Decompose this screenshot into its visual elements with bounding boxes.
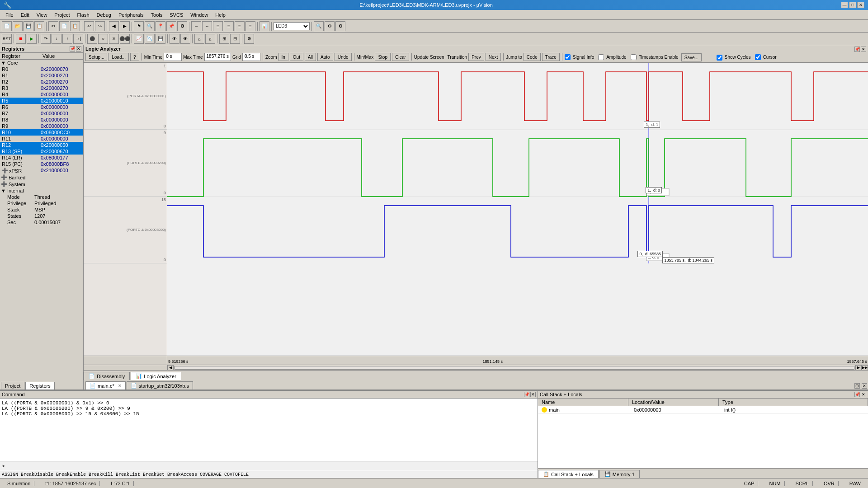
reg-group-core[interactable]: ▼ Core (0, 60, 83, 66)
tb-b5[interactable]: ⚙ (177, 21, 187, 31)
tb-redo[interactable]: ↪ (95, 21, 105, 31)
command-input[interactable] (5, 464, 536, 469)
menu-flash[interactable]: Flash (74, 11, 93, 19)
filetab-float[interactable]: ⊞ (854, 383, 860, 389)
target-select[interactable]: LED3 (274, 22, 310, 30)
la-load[interactable]: Load... (108, 53, 129, 61)
menu-file[interactable]: File (2, 11, 17, 19)
la-show-cycles-check[interactable] (717, 55, 722, 61)
tb-tty[interactable]: ⎐ (205, 34, 215, 44)
la-prev[interactable]: Prev (468, 53, 484, 61)
menu-project[interactable]: Project (51, 11, 73, 19)
menu-debug[interactable]: Debug (93, 11, 115, 19)
la-stop[interactable]: Stop (375, 53, 391, 61)
scroll-right-1[interactable]: ▶ (855, 365, 862, 371)
tb-indent[interactable]: → (191, 21, 201, 31)
tab-disassembly[interactable]: 📄 Disassembly (84, 372, 130, 380)
tb-b3[interactable]: 📍 (156, 21, 165, 31)
reg-group-banked[interactable]: ➕ Banked (0, 174, 83, 181)
tb-serial[interactable]: ⎐ (194, 34, 204, 44)
minimize-button[interactable]: — (841, 2, 848, 8)
tb-d1[interactable]: 📊 (259, 21, 269, 31)
reg-r0[interactable]: R0 0x20000070 (0, 66, 83, 72)
la-trace[interactable]: Trace (542, 53, 560, 61)
tb-undo[interactable]: ↩ (84, 21, 94, 31)
tb-c1[interactable]: ≡ (213, 21, 223, 31)
menu-help[interactable]: Help (212, 11, 229, 19)
main-file-close[interactable]: ✕ (118, 383, 122, 388)
tb-bp-all[interactable]: ⚫⚫ (120, 34, 130, 44)
tb-view1[interactable]: ⊞ (219, 34, 229, 44)
command-close[interactable]: ✕ (530, 392, 536, 397)
scroll-left[interactable]: ◀ (167, 365, 174, 371)
reg-r10[interactable]: R10 0x08000CC0 (0, 129, 83, 136)
reg-r2[interactable]: R2 0x20000270 (0, 79, 83, 85)
bpt-memory[interactable]: 💾 Memory 1 (599, 470, 640, 478)
tb-nav-back[interactable]: ◀ (109, 21, 119, 31)
tb-bp-enable[interactable]: ⚫ (87, 34, 97, 44)
tb-search[interactable]: 🔍 (314, 21, 324, 31)
la-code[interactable]: Code (524, 53, 541, 61)
la-undo[interactable]: Undo (335, 53, 352, 61)
tb-c2[interactable]: ≡ (224, 21, 234, 31)
tb-run-cursor[interactable]: →| (73, 34, 83, 44)
menu-view[interactable]: View (33, 11, 51, 19)
tb-e2[interactable]: ⚙ (335, 21, 345, 31)
tb-perf[interactable]: 📈 (134, 34, 144, 44)
la-grid[interactable]: 0.5 s (242, 53, 260, 61)
reg-r6[interactable]: R6 0x00000000 (0, 104, 83, 110)
la-timestamps-check[interactable] (631, 54, 637, 60)
tb-new[interactable]: 📄 (2, 21, 12, 31)
callstack-pin[interactable]: 📌 (854, 392, 860, 397)
filetab-close[interactable]: ✕ (862, 383, 867, 389)
reg-r14[interactable]: R14 (LR) 0x08000177 (0, 155, 83, 161)
reg-r7[interactable]: R7 0x00000000 (0, 110, 83, 117)
la-help[interactable]: ? (130, 53, 139, 61)
tb-c3[interactable]: ≡ (235, 21, 245, 31)
la-maxtime[interactable]: 1857.276 s (204, 53, 231, 61)
la-save[interactable]: Save... (681, 53, 702, 61)
tb-watch2[interactable]: 👁 (180, 34, 190, 44)
la-signal-info-check[interactable] (565, 54, 571, 60)
menu-window[interactable]: Window (187, 11, 212, 19)
tb-reset[interactable]: RST (2, 34, 12, 44)
tb-logic[interactable]: 📉 (145, 34, 155, 44)
tb-outdent[interactable]: ← (202, 21, 212, 31)
tb-b2[interactable]: 🔍 (145, 21, 155, 31)
la-close[interactable]: ✕ (861, 47, 866, 52)
tb-step-into[interactable]: ↓ (52, 34, 61, 44)
la-amplitude-check[interactable] (598, 54, 604, 60)
cs-row-main[interactable]: main 0x00000000 int f() (538, 406, 868, 414)
reg-r11[interactable]: R11 0x00000000 (0, 136, 83, 142)
reg-r15[interactable]: R15 (PC) 0x08000BF8 (0, 161, 83, 167)
reg-xpsr[interactable]: ➕xPSR 0x21000000 (0, 167, 83, 174)
tb-open[interactable]: 📂 (13, 21, 23, 31)
la-zoom-in[interactable]: In (278, 53, 288, 61)
registers-pin[interactable]: 📌 (70, 46, 75, 52)
la-zoom-auto[interactable]: Auto (317, 53, 333, 61)
reg-group-internal[interactable]: ▼ Internal (0, 188, 83, 194)
tb-mem[interactable]: 💾 (156, 34, 165, 44)
la-zoom-out[interactable]: Out (290, 53, 303, 61)
la-pin[interactable]: 📌 (854, 47, 860, 52)
la-cursor-check[interactable] (755, 54, 761, 60)
reg-r8[interactable]: R8 0x00000000 (0, 117, 83, 123)
reg-r5[interactable]: R5 0x20000010 (0, 98, 83, 104)
tb-save-all[interactable]: 📋 (34, 21, 44, 31)
callstack-close[interactable]: ✕ (861, 392, 866, 397)
tb-nav-fwd[interactable]: ▶ (120, 21, 130, 31)
reg-r9[interactable]: R9 0x00000000 (0, 123, 83, 129)
scroll-track[interactable] (175, 366, 854, 370)
close-button[interactable]: ✕ (857, 2, 864, 8)
maximize-button[interactable]: □ (849, 2, 856, 8)
tb-run[interactable]: ▶ (27, 34, 37, 44)
tb-save[interactable]: 💾 (24, 21, 33, 31)
tb-c4[interactable]: ≡ (245, 21, 255, 31)
menu-svcs[interactable]: SVCS (166, 11, 187, 19)
tb-step-over[interactable]: ↷ (41, 34, 51, 44)
menu-edit[interactable]: Edit (17, 11, 33, 19)
reg-r3[interactable]: R3 0x20000270 (0, 85, 83, 91)
la-clear[interactable]: Clear (392, 53, 409, 61)
la-zoom-all[interactable]: All (305, 53, 316, 61)
tb-copy[interactable]: 📄 (59, 21, 69, 31)
